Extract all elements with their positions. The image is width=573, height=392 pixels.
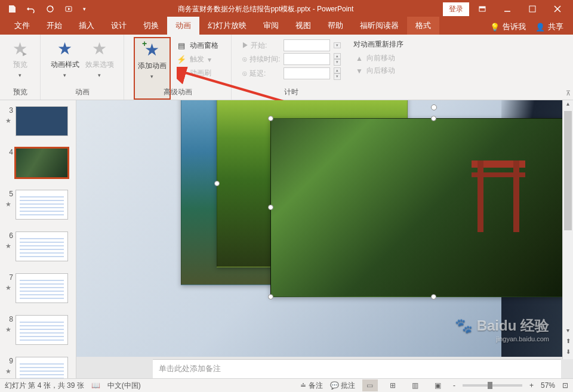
tab-animation[interactable]: 动画 — [167, 17, 199, 35]
delay-label: ⊙ 延迟: — [242, 69, 281, 79]
person-icon: 👤 — [535, 23, 545, 32]
status-bar: 幻灯片 第 4 张，共 39 张 📖 中文(中国) ≐ 备注 💬 批注 ▭ ⊞ … — [0, 378, 573, 392]
minimize-button[interactable] — [495, 0, 519, 18]
scroll-up-button[interactable]: ▴ — [563, 100, 573, 111]
notes-toggle[interactable]: ≐ 备注 — [300, 381, 322, 391]
down-arrow-icon: ▼ — [356, 67, 363, 75]
share-button[interactable]: 👤共享 — [535, 21, 563, 32]
painter-icon: ★ — [177, 69, 186, 78]
slideshow-view-button[interactable]: ▣ — [430, 379, 446, 391]
animation-painter-button: ★动画刷 — [173, 67, 222, 79]
slide-thumbnail[interactable]: 9★ — [0, 354, 76, 378]
resize-handle[interactable] — [268, 294, 273, 300]
duration-spinner[interactable]: ▴▾ — [334, 53, 341, 66]
redo-button[interactable] — [42, 1, 58, 17]
ribbon-tabs: 文件 开始 插入 设计 切换 动画 幻灯片放映 审阅 视图 帮助 福昕阅读器 格… — [0, 18, 573, 35]
tell-me-button[interactable]: 💡告诉我 — [490, 21, 526, 32]
star-icon: ★ — [92, 41, 107, 57]
tab-format[interactable]: 格式 — [407, 17, 439, 35]
zoom-slider[interactable] — [463, 384, 522, 387]
move-later-button: ▼向后移动 — [353, 64, 403, 77]
reorder-title: 对动画重新排序 — [353, 39, 403, 50]
trigger-icon: ⚡ — [177, 55, 186, 64]
lightbulb-icon: 💡 — [490, 23, 500, 32]
prev-slide-button[interactable]: ⬆ — [563, 338, 573, 348]
start-label: ▶ 开始: — [242, 41, 281, 51]
zoom-out-button[interactable]: - — [453, 381, 455, 390]
scroll-thumb[interactable] — [564, 111, 572, 230]
ribbon-display-options[interactable] — [470, 0, 494, 18]
language-indicator[interactable]: 中文(中国) — [107, 381, 141, 391]
next-slide-button[interactable]: ⬇ — [563, 348, 573, 359]
quick-access-toolbar: ▾ — [0, 1, 88, 17]
svg-rect-3 — [479, 7, 485, 8]
start-from-beginning-button[interactable] — [61, 1, 78, 17]
maximize-button[interactable] — [520, 0, 544, 18]
slide-thumbnail[interactable]: 7★ — [0, 271, 76, 313]
qat-dropdown[interactable]: ▾ — [80, 1, 88, 17]
duration-label: ⊙ 持续时间: — [242, 54, 281, 64]
slide-thumbnail[interactable]: 5★ — [0, 187, 76, 229]
tab-home[interactable]: 开始 — [38, 17, 70, 35]
slide-sorter-button[interactable]: ⊞ — [385, 379, 401, 391]
animation-star-icon: ★ — [5, 368, 11, 375]
group-label-animation: 动画 — [41, 87, 124, 97]
duration-input[interactable] — [284, 53, 330, 65]
tab-file[interactable]: 文件 — [6, 17, 38, 35]
resize-handle[interactable] — [431, 116, 436, 121]
slide-thumbnail[interactable]: 4 — [0, 146, 76, 187]
resize-handle[interactable] — [431, 294, 436, 300]
resize-handle[interactable] — [268, 116, 273, 121]
normal-view-button[interactable]: ▭ — [362, 379, 378, 391]
vertical-scrollbar[interactable]: ▴ ▾ ⬆ ⬇ — [562, 100, 573, 359]
rotation-handle[interactable] — [431, 104, 437, 110]
spellcheck-icon[interactable]: 📖 — [91, 381, 100, 390]
close-button[interactable] — [546, 0, 569, 18]
resize-handle[interactable] — [268, 205, 273, 210]
tab-insert[interactable]: 插入 — [70, 17, 103, 35]
slide-thumbnail[interactable]: 6★ — [0, 229, 76, 271]
window-title: 商务蓝财务数据分析总结报告ppt模板.pptx - PowerPoint — [88, 4, 443, 14]
group-label-advanced: 高级动画 — [124, 87, 231, 97]
login-button[interactable]: 登录 — [443, 2, 469, 16]
pane-icon: ▤ — [177, 41, 186, 51]
tab-transition[interactable]: 切换 — [135, 17, 167, 35]
tab-review[interactable]: 审阅 — [255, 17, 287, 35]
title-bar: ▾ 商务蓝财务数据分析总结报告ppt模板.pptx - PowerPoint 登… — [0, 0, 573, 18]
slide-thumbnail-panel[interactable]: 3★ 4 5★ 6★ 7★ 8★ 9★ — [0, 100, 76, 378]
collapse-ribbon-button[interactable]: ⊼ — [566, 89, 571, 97]
star-icon: ★ — [57, 41, 72, 57]
comments-toggle[interactable]: 💬 批注 — [330, 381, 355, 391]
animation-pane-button[interactable]: ▤动画窗格 — [173, 39, 222, 52]
slide-thumbnail[interactable]: 8★ — [0, 313, 76, 354]
slide-thumbnail[interactable]: 3★ — [0, 104, 76, 146]
move-earlier-button: ▲向前移动 — [353, 52, 403, 64]
animation-star-icon: ★ — [5, 200, 11, 208]
notes-pane[interactable]: 单击此处添加备注 — [153, 359, 561, 378]
animation-star-icon: ★ — [5, 326, 11, 334]
zoom-level[interactable]: 57% — [541, 381, 555, 390]
scroll-down-button[interactable]: ▾ — [563, 327, 573, 338]
start-dropdown[interactable]: ▾ — [334, 42, 341, 48]
slide-editor[interactable]: 🐾 Baidu 经验 jingyan.baidu.com ▴ ▾ ⬆ ⬇ 单击此… — [76, 100, 573, 378]
chevron-down-icon: ▾ — [150, 73, 153, 79]
workspace: 3★ 4 5★ 6★ 7★ 8★ 9★ — [0, 100, 573, 378]
tab-foxit[interactable]: 福昕阅读器 — [352, 17, 407, 35]
tab-slideshow[interactable]: 幻灯片放映 — [199, 17, 255, 35]
trigger-button: ⚡触发 ▾ — [173, 53, 222, 66]
animation-star-icon: ★ — [5, 242, 11, 250]
reading-view-button[interactable]: ▥ — [408, 379, 423, 391]
delay-spinner[interactable]: ▴▾ — [334, 67, 341, 80]
up-arrow-icon: ▲ — [356, 54, 363, 63]
undo-button[interactable] — [23, 1, 39, 17]
save-button[interactable] — [4, 1, 20, 17]
delay-input[interactable] — [284, 67, 330, 79]
zoom-in-button[interactable]: + — [529, 381, 534, 390]
fit-to-window-button[interactable]: ⊡ — [562, 381, 568, 390]
tab-view[interactable]: 视图 — [287, 17, 319, 35]
start-input[interactable] — [284, 39, 330, 51]
tab-help[interactable]: 帮助 — [319, 17, 352, 35]
tab-design[interactable]: 设计 — [103, 17, 135, 35]
chevron-down-icon: ▾ — [98, 72, 101, 78]
slide-image-selected[interactable] — [270, 118, 573, 297]
